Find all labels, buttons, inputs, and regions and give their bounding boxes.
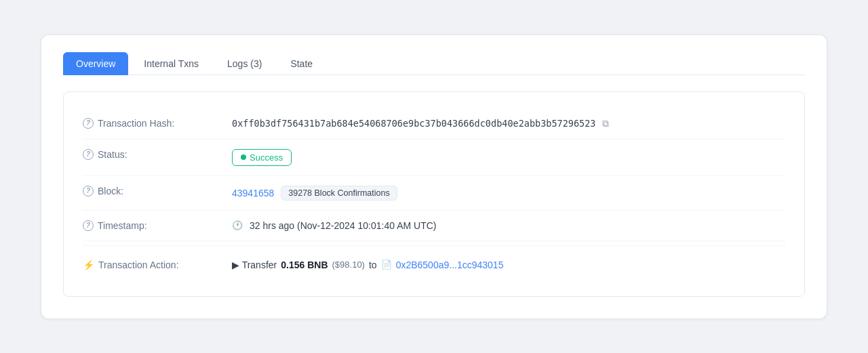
block-help-icon[interactable]: ? bbox=[83, 186, 94, 196]
transaction-hash-value: 0xff0b3df756431b7ab684e54068706e9bc37b04… bbox=[232, 118, 785, 129]
contract-address-link[interactable]: 0x2B6500a9...1cc943015 bbox=[396, 259, 504, 270]
transaction-hash-help-icon[interactable]: ? bbox=[83, 118, 94, 129]
hash-text: 0xff0b3df756431b7ab684e54068706e9bc37b04… bbox=[232, 118, 595, 129]
status-help-icon[interactable]: ? bbox=[83, 149, 94, 160]
transfer-prefix: ▶ Transfer bbox=[232, 259, 277, 270]
transaction-hash-label-text: Transaction Hash: bbox=[98, 118, 174, 129]
tab-logs[interactable]: Logs (3) bbox=[214, 52, 275, 75]
transaction-action-row: ⚡ Transaction Action: ▶ Transfer 0.156 B… bbox=[83, 250, 785, 280]
block-row: ? Block: 43941658 39278 Block Confirmati… bbox=[83, 176, 785, 211]
status-label-text: Status: bbox=[98, 149, 127, 160]
timestamp-label: ? Timestamp: bbox=[83, 220, 232, 231]
transaction-hash-row: ? Transaction Hash: 0xff0b3df756431b7ab6… bbox=[83, 108, 785, 140]
timestamp-label-text: Timestamp: bbox=[98, 220, 147, 231]
tab-bar: Overview Internal Txns Logs (3) State bbox=[63, 51, 805, 75]
transaction-hash-label: ? Transaction Hash: bbox=[83, 118, 232, 129]
transaction-details: ? Transaction Hash: 0xff0b3df756431b7ab6… bbox=[63, 91, 805, 297]
timestamp-text: 32 hrs ago (Nov-12-2024 10:01:40 AM UTC) bbox=[250, 220, 436, 231]
transaction-action-value: ▶ Transfer 0.156 BNB ($98.10) to 📄 0x2B6… bbox=[232, 259, 503, 270]
timestamp-value: 🕐 32 hrs ago (Nov-12-2024 10:01:40 AM UT… bbox=[232, 220, 785, 231]
status-badge: Success bbox=[232, 149, 292, 166]
block-number-link[interactable]: 43941658 bbox=[232, 188, 274, 199]
block-value: 43941658 39278 Block Confirmations bbox=[232, 186, 785, 201]
status-row: ? Status: Success bbox=[83, 140, 785, 176]
timestamp-row: ? Timestamp: 🕐 32 hrs ago (Nov-12-2024 1… bbox=[83, 211, 785, 241]
lightning-icon: ⚡ bbox=[83, 259, 94, 270]
status-text: Success bbox=[250, 152, 283, 163]
copy-hash-icon[interactable]: ⧉ bbox=[602, 118, 609, 129]
tab-state[interactable]: State bbox=[277, 52, 326, 75]
status-label: ? Status: bbox=[83, 149, 232, 160]
block-label-text: Block: bbox=[98, 186, 123, 196]
clock-icon: 🕐 bbox=[232, 220, 243, 230]
usd-amount: ($98.10) bbox=[332, 259, 365, 270]
transaction-card: Overview Internal Txns Logs (3) State ? … bbox=[41, 35, 827, 319]
contract-doc-icon: 📄 bbox=[381, 259, 392, 270]
status-dot bbox=[241, 154, 246, 160]
confirmations-badge: 39278 Block Confirmations bbox=[281, 186, 397, 201]
to-text: to bbox=[369, 259, 377, 270]
status-value: Success bbox=[232, 149, 785, 166]
timestamp-help-icon[interactable]: ? bbox=[83, 220, 94, 231]
tab-internal-txns[interactable]: Internal Txns bbox=[131, 52, 212, 75]
block-label: ? Block: bbox=[83, 186, 232, 196]
transaction-action-label-text: Transaction Action: bbox=[98, 259, 179, 270]
bnb-amount: 0.156 BNB bbox=[281, 259, 328, 270]
transaction-action-label: ⚡ Transaction Action: bbox=[83, 259, 232, 270]
section-divider bbox=[83, 245, 785, 246]
tab-overview[interactable]: Overview bbox=[63, 52, 128, 75]
